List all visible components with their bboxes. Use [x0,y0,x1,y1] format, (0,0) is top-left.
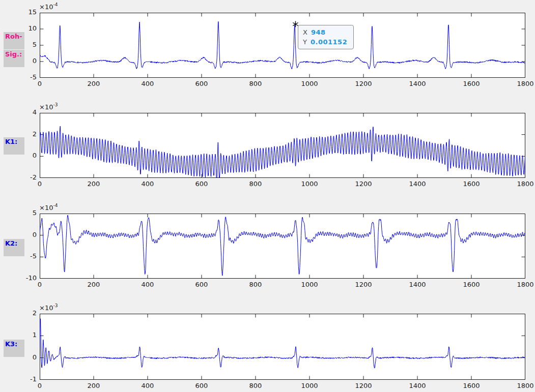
subplot-k2[interactable]: ×10-4 -10-505020040060080010001200140016… [40,214,525,279]
datatip[interactable]: X948 Y0.001152 [298,25,354,49]
y-tick-label: 2 [10,309,37,317]
subplot-k1[interactable]: ×10-3 -202402004006008001000120014001600… [40,113,525,178]
y-tick-label: 1 [10,331,37,339]
x-tick-label: 1200 [348,180,379,188]
x-tick-label: 1000 [294,80,325,87]
x-tick-label: 600 [186,80,217,87]
x-tick-label: 1400 [402,80,433,87]
x-tick-label: 600 [186,180,217,188]
datatip-marker-icon[interactable] [292,21,299,27]
x-tick-label: 1600 [456,80,487,87]
datatip-x-value: 948 [311,28,326,36]
datatip-x-row: X948 [303,27,347,37]
x-tick-label: 800 [240,80,271,87]
datatip-y-value: 0.001152 [311,38,347,46]
x-tick-label: 1600 [456,281,487,288]
x-tick-label: 200 [78,80,109,87]
x-tick-label: 0 [24,382,55,389]
subplot-k1-canvas[interactable] [40,113,525,178]
matlab-figure: Roh- Sig.: K1: K2: K3: ×10-4 -5051015020… [0,0,535,392]
y-axis-exponent: ×10-4 [39,203,58,212]
x-tick-label: 400 [132,382,163,389]
x-tick-label: 800 [240,281,271,288]
x-tick-label: 200 [78,281,109,288]
subplot-k2-canvas[interactable] [40,214,525,279]
subplot-roh-sig[interactable]: ×10-4 -505101502004006008001000120014001… [40,13,525,78]
x-tick-label: 200 [78,180,109,188]
y-tick-label: 0 [10,231,37,238]
x-tick-label: 1400 [402,382,433,389]
x-tick-label: 800 [240,180,271,188]
x-tick-label: 1200 [348,80,379,87]
y-tick-label: -5 [10,252,37,260]
x-tick-label: 1600 [456,382,487,389]
y-tick-label: 5 [10,209,37,217]
x-tick-label: 1800 [510,180,535,188]
y-tick-label: 0 [10,152,37,159]
datatip-x-label: X [303,28,307,36]
x-tick-label: 0 [24,281,55,288]
x-tick-label: 1600 [456,180,487,188]
x-tick-label: 0 [24,180,55,188]
x-tick-label: 1400 [402,180,433,188]
x-tick-label: 800 [240,382,271,389]
y-axis-exponent: ×10-3 [39,304,58,312]
y-tick-label: 4 [10,108,37,116]
x-tick-label: 1000 [294,382,325,389]
x-tick-label: 1800 [510,382,535,389]
y-tick-label: 15 [10,8,37,16]
x-tick-label: 1800 [510,80,535,87]
x-tick-label: 600 [186,382,217,389]
y-axis-exponent: ×10-4 [39,3,58,11]
x-tick-label: 600 [186,281,217,288]
x-tick-label: 1800 [510,281,535,288]
x-tick-label: 1200 [348,382,379,389]
y-tick-label: 10 [10,24,37,32]
subplot-k3[interactable]: ×10-3 -101202004006008001000120014001600… [40,314,525,380]
y-tick-label: 0 [10,57,37,65]
x-tick-label: 400 [132,80,163,87]
x-tick-label: 1200 [348,281,379,288]
x-tick-label: 400 [132,281,163,288]
y-axis-exponent: ×10-3 [39,103,58,111]
x-tick-label: 0 [24,80,55,87]
datatip-y-row: Y0.001152 [303,37,347,47]
x-tick-label: 1400 [402,281,433,288]
subplot-roh-sig-canvas[interactable] [40,13,525,78]
x-tick-label: 1000 [294,281,325,288]
y-tick-label: 0 [10,353,37,361]
datatip-y-label: Y [303,38,307,46]
x-tick-label: 400 [132,180,163,188]
y-tick-label: 2 [10,130,37,138]
x-tick-label: 1000 [294,180,325,188]
subplot-k3-canvas[interactable] [40,314,525,380]
x-tick-label: 200 [78,382,109,389]
y-tick-label: 5 [10,41,37,48]
